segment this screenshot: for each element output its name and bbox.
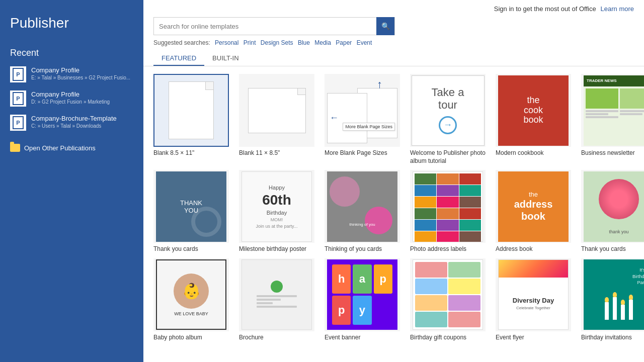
open-other-button[interactable]: Open Other Publications — [0, 139, 143, 157]
more-blank-thumb: ↑ ← More Blank Page Sizes — [325, 74, 400, 147]
blank-landscape-visual — [248, 88, 306, 133]
template-birthinv[interactable]: It's aBirthdayParty! Birthday invitation… — [581, 258, 644, 342]
search-input[interactable] — [154, 23, 376, 30]
recent-item-2[interactable]: Company Profile D: » G2 Project Fusion »… — [0, 86, 143, 111]
template-blank-portrait[interactable]: Blank 8.5 × 11" — [153, 74, 231, 165]
newsletter-label: Business newsletter — [581, 149, 635, 157]
banner-y: y — [353, 296, 371, 325]
thinking-text: thinking of you — [327, 222, 397, 227]
birthinv-label: Birthday invitations — [581, 334, 632, 342]
milestone-thumb: Happy 60th Birthday MOM! Join us at the … — [239, 170, 314, 243]
tab-featured[interactable]: FEATURED — [153, 51, 204, 66]
template-cookbook[interactable]: the cook book Modern cookbook — [496, 74, 574, 165]
recent-icon-3 — [10, 115, 26, 131]
tabs: FEATURED BUILT-IN — [143, 51, 644, 66]
newsletter-header-text: TRADER NEWS — [587, 78, 617, 83]
app-title: Publisher — [0, 10, 143, 44]
recent-name-1: Company Profile — [31, 66, 130, 74]
banner-p: p — [374, 264, 392, 294]
folder-icon — [10, 144, 20, 152]
take-tour-visual: Take atour → — [412, 75, 485, 146]
template-milestone[interactable]: Happy 60th Birthday MOM! Join us at the … — [239, 170, 317, 253]
template-diversity[interactable]: Diversity Day Celebrate Together Event f… — [496, 258, 574, 342]
newsletter-thumb: TRADER NEWS — [581, 74, 644, 147]
template-thankyou2[interactable]: thank you Thank you cards — [581, 170, 644, 253]
diversity-thumb-wrap: Diversity Day Celebrate Together — [496, 258, 571, 331]
addressbook-the: the — [514, 191, 553, 199]
sidebar: Publisher Recent Company Profile E: » Ta… — [0, 0, 143, 362]
search-button[interactable]: 🔍 — [376, 17, 394, 35]
template-more-blank[interactable]: ↑ ← More Blank Page Sizes More Blank Pag… — [325, 74, 403, 165]
brochure-thumb-wrap — [239, 258, 314, 331]
suggest-print[interactable]: Print — [244, 39, 256, 46]
newsletter-header: TRADER NEWS — [584, 75, 644, 86]
blank-page-visual — [169, 81, 214, 139]
milestone-detail: Join us at the party... — [256, 224, 298, 229]
blank-landscape-thumb — [239, 74, 314, 147]
suggested-searches: Suggested searches: Personal Print Desig… — [153, 39, 634, 46]
suggest-paper[interactable]: Paper — [336, 39, 352, 46]
thinking-label: Thinking of you cards — [325, 245, 382, 253]
template-take-tour[interactable]: Take atour → Welcome to Publisher photo … — [410, 74, 488, 165]
take-tour-thumb: Take atour → — [410, 74, 486, 147]
brochure-lines — [257, 295, 297, 309]
suggest-personal[interactable]: Personal — [215, 39, 238, 46]
thankyou2-label: Thank you cards — [581, 245, 626, 253]
template-blank-landscape[interactable]: Blank 11 × 8.5" — [239, 74, 317, 165]
diversity-content: Diversity Day Celebrate Together — [499, 278, 568, 329]
recent-item-3[interactable]: Company-Brochure-Template C: » Users » T… — [0, 111, 143, 135]
newsletter-visual: TRADER NEWS — [584, 75, 644, 146]
candles-decoration — [605, 297, 633, 320]
coupons-label: Birthday gift coupons — [410, 334, 466, 342]
milestone-happy: Happy — [269, 185, 285, 191]
more-blank-tooltip: More Blank Page Sizes — [343, 123, 395, 131]
thankyou2-text: thank you — [609, 229, 628, 234]
template-event-banner[interactable]: h a p p y Event banner — [325, 258, 403, 342]
template-coupons[interactable]: Birthday gift coupons — [410, 258, 488, 342]
sign-in-text: Sign in to get the most out of Office — [494, 5, 596, 13]
thankyou1-visual: THANKYOU — [156, 171, 226, 242]
banner-h: h — [332, 264, 351, 294]
recent-name-3: Company-Brochure-Template — [31, 115, 117, 122]
suggest-media[interactable]: Media — [314, 39, 331, 46]
thinking-thumb-wrap: thinking of you — [325, 170, 400, 243]
thinking-visual: thinking of you — [327, 171, 397, 242]
main-content: Sign in to get the most out of Office Le… — [143, 0, 644, 362]
tab-built-in[interactable]: BUILT-IN — [204, 51, 247, 66]
flame-2 — [613, 292, 617, 297]
newsletter-img2 — [620, 88, 645, 109]
thinking-flower2 — [365, 207, 392, 234]
template-thinking[interactable]: thinking of you Thinking of you cards — [325, 170, 403, 253]
suggest-blue[interactable]: Blue — [298, 39, 310, 46]
flame-3 — [621, 300, 625, 305]
more-blank-arrow-up: ↑ — [377, 78, 382, 91]
template-brochure[interactable]: Brochure — [239, 258, 317, 342]
recent-path-3: C: » Users » Talal » Downloads — [31, 123, 117, 129]
candle-2 — [613, 297, 617, 320]
template-addressbook[interactable]: the addressbook Address book — [496, 170, 574, 253]
candle-1 — [605, 302, 609, 320]
thankyou1-label: Thank you cards — [153, 245, 198, 253]
search-area: 🔍 Suggested searches: Personal Print Des… — [143, 17, 644, 51]
take-tour-text: Take atour — [432, 86, 464, 111]
photo-labels-thumb — [410, 170, 486, 243]
template-thankyou1[interactable]: THANKYOU Thank you cards — [153, 170, 231, 253]
recent-item-1[interactable]: Company Profile E: » Talal » Businesses … — [0, 62, 143, 86]
template-newsletter[interactable]: TRADER NEWS — [581, 74, 644, 165]
blank-landscape-label: Blank 11 × 8.5" — [239, 149, 280, 157]
coupons-thumb-wrap — [410, 258, 486, 331]
thankyou2-visual: thank you — [584, 171, 644, 242]
birthinv-thumb-wrap: It's aBirthdayParty! — [581, 258, 644, 331]
template-photo-labels[interactable]: Photo address labels — [410, 170, 488, 253]
baby-visual: 👶 WE LOVE BABY — [156, 259, 226, 330]
templates-grid: Blank 8.5 × 11" Blank 11 × 8.5" ↑ ← M — [153, 74, 634, 341]
learn-more-link[interactable]: Learn more — [601, 5, 634, 13]
suggest-design-sets[interactable]: Design Sets — [261, 39, 293, 46]
suggest-event[interactable]: Event — [357, 39, 372, 46]
recent-path-2: D: » G2 Project Fusion » Marketing — [31, 99, 110, 105]
take-tour-label: Welcome to Publisher photo album tutoria… — [410, 149, 486, 165]
brochure-label: Brochure — [239, 334, 264, 342]
flame-1 — [605, 297, 609, 302]
sign-in-area: Sign in to get the most out of Office Le… — [494, 4, 634, 13]
template-baby[interactable]: 👶 WE LOVE BABY Baby photo album — [153, 258, 231, 342]
